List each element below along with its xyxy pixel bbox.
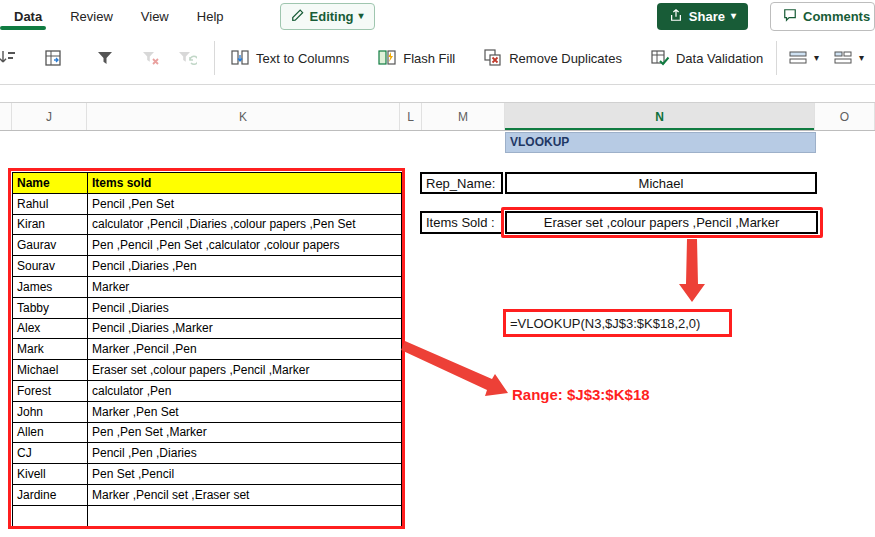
toolbar-separator bbox=[776, 41, 777, 75]
editing-mode-button[interactable]: Editing ▾ bbox=[280, 3, 375, 30]
items-sold-cell[interactable]: calculator ,Pen bbox=[88, 380, 402, 401]
chevron-down-icon: ▾ bbox=[359, 11, 364, 21]
text-to-columns-icon bbox=[230, 48, 250, 68]
toolbar-separator bbox=[214, 41, 215, 75]
data-validation-icon bbox=[650, 48, 670, 68]
column-header-l[interactable]: L bbox=[400, 103, 422, 130]
items-sold-cell[interactable]: Marker ,Pencil ,Pen bbox=[88, 339, 402, 360]
data-properties-icon bbox=[43, 48, 63, 68]
name-cell[interactable]: Mark bbox=[13, 339, 88, 360]
tab-view[interactable]: View bbox=[127, 0, 183, 32]
name-cell[interactable]: Kivell bbox=[13, 464, 88, 485]
reapply-filter-icon bbox=[177, 48, 197, 68]
share-icon bbox=[669, 8, 683, 25]
data-validation-label: Data Validation bbox=[676, 51, 763, 66]
items-sold-cell[interactable]: calculator ,Pencil ,Diaries ,colour pape… bbox=[88, 214, 402, 235]
column-header-k[interactable]: K bbox=[87, 103, 400, 130]
lookup-table: Name Items sold RahulPencil ,Pen SetKira… bbox=[12, 172, 402, 527]
name-cell[interactable]: Jardine bbox=[13, 484, 88, 505]
name-cell[interactable]: Rahul bbox=[13, 193, 88, 214]
table-row: Forestcalculator ,Pen bbox=[13, 380, 402, 401]
items-sold-cell[interactable]: Pencil ,Diaries ,Marker bbox=[88, 318, 402, 339]
items-sold-cell[interactable]: Pen ,Pencil ,Pen Set ,calculator ,colour… bbox=[88, 235, 402, 256]
share-button[interactable]: Share ▾ bbox=[657, 3, 748, 30]
comment-icon bbox=[783, 8, 797, 25]
chevron-down-icon: ▾ bbox=[859, 53, 864, 63]
editing-label: Editing bbox=[310, 9, 354, 24]
tab-review[interactable]: Review bbox=[56, 0, 127, 32]
filter-button[interactable] bbox=[88, 42, 122, 74]
formula-cell[interactable]: =VLOOKUP(N3,$J$3:$K$18,2,0) bbox=[503, 309, 732, 337]
items-sold-cell[interactable]: Marker bbox=[88, 276, 402, 297]
outline-group-button[interactable]: ▾ bbox=[781, 42, 826, 74]
table-header-row: Name Items sold bbox=[13, 173, 402, 194]
clear-filter-button[interactable] bbox=[134, 42, 168, 74]
name-cell[interactable]: Michael bbox=[13, 360, 88, 381]
table-row: CJPencil ,Pen ,Diaries bbox=[13, 443, 402, 464]
table-row: MichaelEraser set ,colour papers ,Pencil… bbox=[13, 360, 402, 381]
ribbon-toolbar: Text to Columns Flash Fill Remove Duplic… bbox=[0, 32, 875, 85]
table-row: SouravPencil ,Diaries ,Pen bbox=[13, 256, 402, 277]
items-sold-cell[interactable]: Marker ,Pen Set bbox=[88, 401, 402, 422]
table-row: TabbyPencil ,Diaries bbox=[13, 297, 402, 318]
table-row: JohnMarker ,Pen Set bbox=[13, 401, 402, 422]
text-to-columns-label: Text to Columns bbox=[256, 51, 349, 66]
tab-help[interactable]: Help bbox=[183, 0, 238, 32]
name-cell[interactable]: James bbox=[13, 276, 88, 297]
name-cell[interactable]: Allen bbox=[13, 422, 88, 443]
items-sold-cell[interactable]: Pen ,Pen Set ,Marker bbox=[88, 422, 402, 443]
name-cell[interactable]: Sourav bbox=[13, 256, 88, 277]
rep-name-label-cell[interactable]: Rep_Name: bbox=[420, 172, 503, 194]
items-sold-cell[interactable]: Pencil ,Pen Set bbox=[88, 193, 402, 214]
name-cell[interactable]: Forest bbox=[13, 380, 88, 401]
items-sold-label-cell[interactable]: Items Sold : bbox=[420, 211, 503, 234]
sort-button[interactable] bbox=[0, 42, 24, 74]
table-header-items[interactable]: Items sold bbox=[88, 173, 402, 194]
items-sold-cell[interactable]: Pencil ,Diaries ,Pen bbox=[88, 256, 402, 277]
table-row bbox=[13, 505, 402, 526]
items-sold-cell[interactable]: Pencil ,Pen ,Diaries bbox=[88, 443, 402, 464]
column-header-partial[interactable] bbox=[0, 103, 12, 130]
items-sold-cell[interactable]: Eraser set ,colour papers ,Pencil ,Marke… bbox=[88, 360, 402, 381]
name-cell[interactable]: Gaurav bbox=[13, 235, 88, 256]
filter-icon bbox=[95, 48, 115, 68]
column-header-o[interactable]: O bbox=[815, 103, 875, 130]
pencil-icon bbox=[291, 8, 305, 25]
items-sold-cell[interactable]: Pen Set ,Pencil bbox=[88, 464, 402, 485]
table-row: KivellPen Set ,Pencil bbox=[13, 464, 402, 485]
name-cell[interactable]: Kiran bbox=[13, 214, 88, 235]
column-header-m[interactable]: M bbox=[422, 103, 505, 130]
table-row: JamesMarker bbox=[13, 276, 402, 297]
name-cell[interactable]: Tabby bbox=[13, 297, 88, 318]
arrow-diagonal-icon bbox=[401, 341, 508, 396]
remove-duplicates-button[interactable]: Remove Duplicates bbox=[476, 42, 629, 74]
remove-duplicates-label: Remove Duplicates bbox=[509, 51, 622, 66]
chevron-down-icon: ▾ bbox=[731, 11, 736, 21]
column-header-n[interactable]: N bbox=[505, 103, 815, 130]
comments-button[interactable]: Comments bbox=[770, 2, 875, 31]
data-validation-button[interactable]: Data Validation bbox=[643, 42, 770, 74]
table-header-name[interactable]: Name bbox=[13, 173, 88, 194]
rep-name-value-cell[interactable]: Michael bbox=[505, 172, 817, 194]
name-cell[interactable]: John bbox=[13, 401, 88, 422]
vlookup-title-cell[interactable]: VLOOKUP bbox=[505, 132, 816, 153]
column-header-j[interactable]: J bbox=[12, 103, 87, 130]
flash-fill-button[interactable]: Flash Fill bbox=[370, 42, 462, 74]
lookup-table-body: RahulPencil ,Pen SetKirancalculator ,Pen… bbox=[13, 193, 402, 526]
tab-data[interactable]: Data bbox=[0, 0, 56, 32]
text-to-columns-button[interactable]: Text to Columns bbox=[223, 42, 356, 74]
name-cell[interactable]: CJ bbox=[13, 443, 88, 464]
items-sold-value-cell[interactable]: Eraser set ,colour papers ,Pencil ,Marke… bbox=[505, 211, 818, 234]
sort-icon bbox=[0, 48, 17, 68]
items-sold-cell[interactable]: Pencil ,Diaries bbox=[88, 297, 402, 318]
items-sold-cell[interactable] bbox=[88, 505, 402, 526]
reapply-filter-button[interactable] bbox=[170, 42, 204, 74]
data-properties-button[interactable] bbox=[36, 42, 70, 74]
name-cell[interactable]: Alex bbox=[13, 318, 88, 339]
table-row: AllenPen ,Pen Set ,Marker bbox=[13, 422, 402, 443]
outline-ungroup-button[interactable]: ▾ bbox=[826, 42, 871, 74]
ribbon-tab-row: Data Review View Help Editing ▾ Share ▾ … bbox=[0, 0, 875, 32]
table-row: GauravPen ,Pencil ,Pen Set ,calculator ,… bbox=[13, 235, 402, 256]
name-cell[interactable] bbox=[13, 505, 88, 526]
items-sold-cell[interactable]: Marker ,Pencil set ,Eraser set bbox=[88, 484, 402, 505]
